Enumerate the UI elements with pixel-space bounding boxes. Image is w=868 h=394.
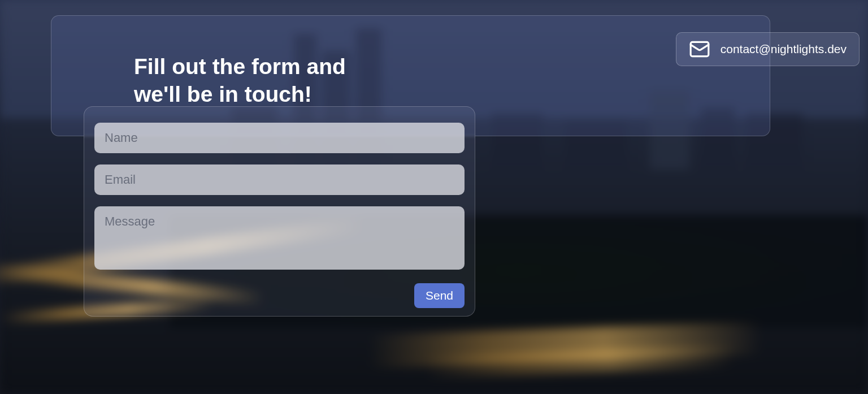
name-field[interactable] — [94, 123, 465, 153]
contact-email-link[interactable]: contact@nightlights.dev — [676, 32, 860, 66]
mail-icon — [689, 38, 710, 60]
svg-rect-0 — [691, 42, 709, 56]
email-field[interactable] — [94, 164, 465, 195]
page-title: Fill out the form and we'll be in touch! — [134, 53, 346, 109]
contact-form-card: Send — [84, 106, 475, 317]
message-field[interactable] — [94, 206, 465, 270]
heading-line1: Fill out the form and — [134, 54, 346, 79]
contact-email-text: contact@nightlights.dev — [721, 42, 847, 56]
heading-line2: we'll be in touch! — [134, 82, 312, 106]
send-button[interactable]: Send — [414, 283, 465, 308]
